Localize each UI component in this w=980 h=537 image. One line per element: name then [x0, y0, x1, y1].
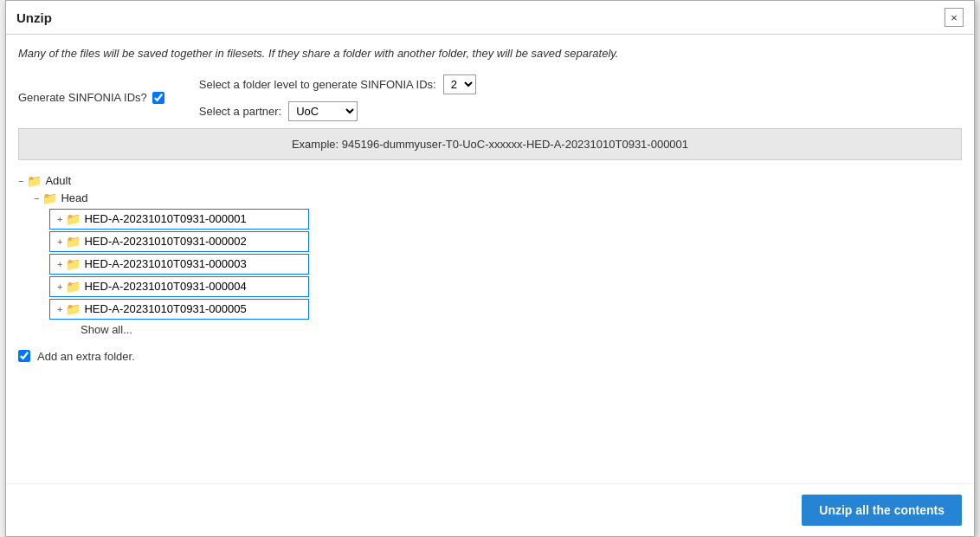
item3-label: HED-A-20231010T0931-000003: [84, 257, 246, 270]
item2-label: HED-A-20231010T0931-000002: [84, 235, 246, 248]
list-item[interactable]: + 📁 HED-A-20231010T0931-000003: [49, 254, 309, 275]
partner-select[interactable]: UoC Partner2 Partner3: [288, 101, 358, 121]
extra-folder-checkbox[interactable]: [18, 350, 30, 362]
item3-toggle[interactable]: +: [57, 259, 62, 269]
item4-toggle[interactable]: +: [57, 281, 62, 292]
extra-folder-row: Add an extra folder.: [18, 350, 962, 363]
folder-level-row: Select a folder level to generate SINFON…: [199, 74, 476, 94]
extra-folder-label: Add an extra folder.: [37, 350, 135, 363]
example-value: 945196-dummyuser-T0-UoC-xxxxxx-HED-A-202…: [342, 138, 688, 151]
item5-folder-icon: 📁: [66, 302, 81, 316]
item3-folder-icon: 📁: [66, 257, 81, 271]
tree-items-container: + 📁 HED-A-20231010T0931-000001 + 📁 HED-A…: [49, 209, 962, 336]
item1-label: HED-A-20231010T0931-000001: [84, 212, 246, 225]
item5-toggle[interactable]: +: [57, 304, 62, 314]
folder-level-label: Select a folder level to generate SINFON…: [199, 78, 436, 91]
partner-label: Select a partner:: [199, 105, 281, 118]
item1-toggle[interactable]: +: [57, 214, 62, 224]
item5-label: HED-A-20231010T0931-000005: [84, 302, 246, 315]
list-item[interactable]: + 📁 HED-A-20231010T0931-000004: [49, 276, 309, 297]
dialog-body: Many of the files will be saved together…: [6, 35, 974, 382]
list-item[interactable]: + 📁 HED-A-20231010T0931-000005: [49, 299, 309, 320]
partner-row: Select a partner: UoC Partner2 Partner3: [199, 101, 476, 121]
dialog-footer: Unzip all the contents: [6, 483, 974, 536]
item1-folder-icon: 📁: [66, 212, 81, 226]
tree-area: − 📁 Adult − 📁 Head + 📁 HED-A-20231010T09…: [18, 172, 962, 336]
unzip-dialog: Unzip × Many of the files will be saved …: [5, 0, 975, 537]
show-all-link[interactable]: Show all...: [81, 323, 962, 336]
item2-folder-icon: 📁: [66, 235, 81, 249]
head-toggle[interactable]: −: [34, 193, 39, 204]
list-item[interactable]: + 📁 HED-A-20231010T0931-000001: [49, 209, 309, 230]
item2-toggle[interactable]: +: [57, 236, 62, 247]
example-label: Example:: [292, 138, 338, 151]
example-box: Example: 945196-dummyuser-T0-UoC-xxxxxx-…: [18, 128, 962, 160]
dialog-titlebar: Unzip ×: [6, 1, 974, 35]
item4-label: HED-A-20231010T0931-000004: [84, 280, 246, 293]
generate-sinfonia-label: Generate SINFONIA IDs?: [18, 91, 147, 104]
close-button[interactable]: ×: [945, 8, 964, 27]
options-row: Generate SINFONIA IDs? Select a folder l…: [18, 74, 962, 121]
adult-label: Adult: [45, 174, 71, 187]
item4-folder-icon: 📁: [66, 280, 81, 294]
head-label: Head: [61, 191, 87, 204]
unzip-button[interactable]: Unzip all the contents: [802, 495, 962, 526]
generate-sinfonia-checkbox[interactable]: [152, 92, 164, 104]
folder-level-select[interactable]: 1 2 3: [443, 74, 476, 94]
adult-folder-icon: 📁: [27, 174, 42, 188]
tree-root-node: − 📁 Adult: [18, 172, 962, 190]
list-item[interactable]: + 📁 HED-A-20231010T0931-000002: [49, 231, 309, 252]
tree-head-node: − 📁 Head: [34, 190, 962, 207]
adult-toggle[interactable]: −: [18, 176, 23, 186]
dialog-title: Unzip: [16, 10, 52, 25]
head-folder-icon: 📁: [42, 191, 57, 205]
options-left: Generate SINFONIA IDs?: [18, 91, 164, 104]
info-text: Many of the files will be saved together…: [18, 45, 962, 62]
options-right: Select a folder level to generate SINFON…: [199, 74, 476, 121]
